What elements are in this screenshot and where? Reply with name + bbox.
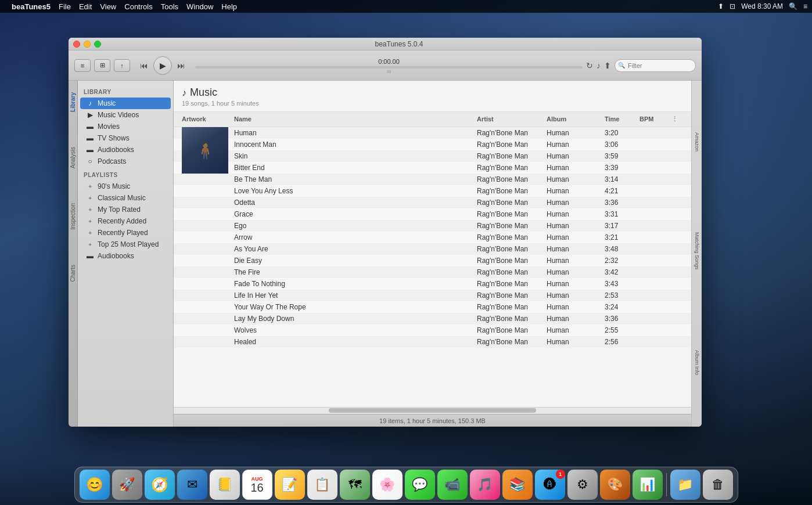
volume-icon[interactable]: ♪ — [597, 61, 601, 70]
dock-item-notes[interactable]: 📝 — [275, 470, 305, 500]
artwork-toggle-button[interactable]: ↑ — [114, 59, 130, 72]
minimize-button[interactable] — [84, 41, 91, 48]
menubar-help[interactable]: Help — [221, 2, 237, 11]
dock-item-messages[interactable]: 💬 — [405, 470, 435, 500]
play-button[interactable]: ▶ — [153, 56, 172, 75]
table-row[interactable]: Odetta Rag'n'Bone Man Human 3:36 — [174, 197, 691, 208]
sidebar-item-recently-played[interactable]: ✦ Recently Played — [80, 227, 171, 239]
fast-forward-button[interactable]: ⏭ — [173, 59, 189, 72]
menubar-app-name[interactable]: beaTunes5 — [12, 2, 51, 11]
sidebar-item-music[interactable]: ♪ Music — [80, 98, 171, 109]
table-row[interactable]: The Fire Rag'n'Bone Man Human 3:42 — [174, 266, 691, 278]
table-row[interactable]: Life In Her Yet Rag'n'Bone Man Human 2:5… — [174, 290, 691, 301]
right-panel-album-info[interactable]: Album Info — [694, 350, 700, 375]
track-album: Human — [547, 199, 605, 207]
dock-item-finder[interactable]: 😊 — [80, 470, 110, 500]
dock-item-reminders[interactable]: 📋 — [307, 470, 337, 500]
dock-item-launchpad[interactable]: 🚀 — [112, 470, 142, 500]
dock-item-calendar[interactable]: AUG 16 — [242, 470, 272, 500]
table-row[interactable]: Innocent Man Rag'n'Bone Man Human 3:06 — [174, 139, 691, 150]
tab-library[interactable]: Library — [70, 92, 76, 112]
dock-item-facetime[interactable]: 📹 — [437, 470, 468, 500]
table-row[interactable]: Skin Rag'n'Bone Man Human 3:59 — [174, 150, 691, 162]
menubar-tools[interactable]: Tools — [161, 2, 178, 11]
table-row[interactable]: Love You Any Less Rag'n'Bone Man Human 4… — [174, 185, 691, 197]
artwork-placeholder-icon: 🧍 — [195, 141, 215, 160]
menubar-search-icon[interactable]: 🔍 — [789, 2, 797, 10]
col-name[interactable]: Name — [234, 114, 477, 124]
maximize-button[interactable] — [94, 41, 101, 48]
sidebar-item-classical-music[interactable]: ✦ Classical Music — [80, 192, 171, 204]
progress-bar[interactable] — [195, 66, 583, 68]
dock-background: 😊 🚀 🧭 ✉ 📒 AUG 16 📝 📋 🗺 🌸 — [74, 467, 738, 503]
sidebar-item-tv-shows[interactable]: ▬ TV Shows — [80, 132, 171, 144]
right-panel-matching-songs[interactable]: Matching Songs — [694, 232, 700, 270]
table-row[interactable]: Your Way Or The Rope Rag'n'Bone Man Huma… — [174, 301, 691, 313]
dock-item-safari[interactable]: 🧭 — [145, 470, 175, 500]
right-panel-amazon[interactable]: Amazon — [694, 132, 700, 152]
table-row[interactable]: Human Rag'n'Bone Man Human 3:20 — [174, 127, 691, 139]
dock-item-colorsync[interactable]: 🎨 — [600, 470, 630, 500]
col-artist[interactable]: Artist — [477, 114, 547, 124]
menubar-window[interactable]: Window — [186, 2, 213, 11]
menubar-file[interactable]: File — [59, 2, 71, 11]
horizontal-scrollbar[interactable] — [174, 407, 691, 414]
table-row[interactable]: Arrow Rag'n'Bone Man Human 3:21 — [174, 232, 691, 243]
dock-item-appstore[interactable]: 🅐 1 — [535, 470, 565, 500]
table-row[interactable]: Be The Man Rag'n'Bone Man Human 3:14 — [174, 174, 691, 185]
sidebar-item-movies[interactable]: ▬ Movies — [80, 121, 171, 132]
rewind-button[interactable]: ⏮ — [136, 59, 152, 72]
sidebar-item-audiobooks-pl[interactable]: ▬ Audiobooks — [80, 250, 171, 262]
col-bpm[interactable]: BPM — [639, 114, 671, 124]
browser-toggle-button[interactable]: ⊞ — [94, 59, 110, 72]
sidebar-item-my-top-rated[interactable]: ✦ My Top Rated — [80, 204, 171, 215]
table-row[interactable]: Bitter End Rag'n'Bone Man Human 3:39 — [174, 162, 691, 174]
filter-input[interactable] — [615, 59, 696, 72]
sidebar-item-podcasts[interactable]: ○ Podcasts — [80, 156, 171, 167]
sidebar-item-90s-music[interactable]: ✦ 90's Music — [80, 181, 171, 192]
track-artist: Rag'n'Bone Man — [477, 268, 547, 276]
col-more[interactable]: ⋮ — [671, 114, 683, 124]
dock-item-itunes[interactable]: 🎵 — [470, 470, 500, 500]
toolbar-right: ↻ ♪ ⬆ 🔍 — [586, 59, 696, 72]
dock-item-mail[interactable]: ✉ — [177, 470, 207, 500]
dock-item-trash[interactable]: 🗑 — [703, 470, 733, 500]
track-table[interactable]: Artwork Name Artist Album Time BPM ⋮ 🧍 — [174, 112, 691, 407]
col-album[interactable]: Album — [547, 114, 605, 124]
colorsync-icon: 🎨 — [607, 477, 623, 492]
table-row[interactable]: Ego Rag'n'Bone Man Human 3:17 — [174, 220, 691, 232]
menubar-edit[interactable]: Edit — [79, 2, 92, 11]
dock-item-numbers[interactable]: 📊 — [633, 470, 663, 500]
share-icon[interactable]: ⬆ — [604, 61, 611, 70]
table-row[interactable]: Die Easy Rag'n'Bone Man Human 2:32 — [174, 255, 691, 266]
track-name: Life In Her Yet — [234, 291, 477, 300]
dock-item-contacts[interactable]: 📒 — [210, 470, 240, 500]
table-row[interactable]: Grace Rag'n'Bone Man Human 3:31 — [174, 208, 691, 220]
sidebar-item-audiobooks[interactable]: ▬ Audiobooks — [80, 144, 171, 156]
dock-item-finder2[interactable]: 📁 — [670, 470, 700, 500]
sidebar-item-top25[interactable]: ✦ Top 25 Most Played — [80, 239, 171, 250]
tab-analysis[interactable]: Analysis — [70, 147, 76, 168]
table-row[interactable]: Lay My Body Down Rag'n'Bone Man Human 3:… — [174, 313, 691, 324]
sidebar-toggle-button[interactable]: ≡ — [74, 59, 91, 72]
close-button[interactable] — [73, 41, 80, 48]
tab-charts[interactable]: Charts — [70, 265, 76, 282]
table-row[interactable]: Wolves Rag'n'Bone Man Human 2:55 — [174, 324, 691, 336]
table-row[interactable]: Fade To Nothing Rag'n'Bone Man Human 3:4… — [174, 278, 691, 290]
dock-item-system-prefs[interactable]: ⚙ — [567, 470, 598, 500]
table-row[interactable]: As You Are Rag'n'Bone Man Human 3:48 — [174, 243, 691, 255]
scroll-thumb-horizontal[interactable] — [329, 408, 536, 413]
dock-item-books[interactable]: 📚 — [502, 470, 533, 500]
repeat-icon[interactable]: ↻ — [586, 61, 593, 70]
table-row[interactable]: Healed Rag'n'Bone Man Human 2:56 — [174, 336, 691, 348]
col-time[interactable]: Time — [605, 114, 639, 124]
tab-inspection[interactable]: Inspection — [70, 203, 76, 230]
menubar-list-icon[interactable]: ≡ — [803, 2, 807, 10]
dock-item-photos[interactable]: 🌸 — [372, 470, 403, 500]
menubar-view[interactable]: View — [100, 2, 116, 11]
sidebar-item-recently-added[interactable]: ✦ Recently Added — [80, 215, 171, 227]
menubar-controls[interactable]: Controls — [124, 2, 152, 11]
dock-item-maps[interactable]: 🗺 — [340, 470, 370, 500]
podcasts-icon: ○ — [86, 157, 94, 165]
sidebar-item-music-videos[interactable]: ▶ Music Videos — [80, 109, 171, 121]
